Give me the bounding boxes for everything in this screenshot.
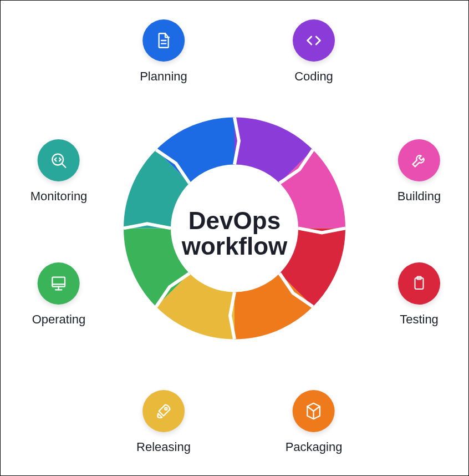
clipboard-icon bbox=[398, 262, 440, 305]
stage-building: Building bbox=[397, 139, 441, 204]
title-line-2: workflow bbox=[182, 234, 288, 260]
stage-label: Packaging bbox=[286, 440, 343, 454]
stage-label: Operating bbox=[32, 312, 86, 327]
stage-planning: Planning bbox=[140, 19, 187, 84]
magnify-code-icon bbox=[38, 139, 80, 181]
code-icon bbox=[293, 19, 335, 62]
stage-testing: Testing bbox=[398, 262, 440, 327]
devops-workflow-diagram: { "title_line1": "DevOps", "title_line2"… bbox=[0, 0, 469, 476]
stage-monitoring: Monitoring bbox=[30, 139, 88, 204]
svg-line-10 bbox=[62, 164, 65, 167]
stage-label: Coding bbox=[294, 69, 333, 84]
stage-packaging: Packaging bbox=[286, 390, 343, 454]
stage-coding: Coding bbox=[293, 19, 335, 84]
stage-label: Monitoring bbox=[30, 189, 88, 204]
rocket-icon bbox=[142, 390, 185, 432]
stage-label: Planning bbox=[140, 69, 187, 84]
computer-icon bbox=[38, 262, 80, 305]
stage-releasing: Releasing bbox=[136, 390, 191, 454]
stage-label: Releasing bbox=[136, 440, 191, 454]
diagram-title: DevOps workflow bbox=[182, 208, 288, 259]
title-line-1: DevOps bbox=[182, 208, 288, 234]
svg-rect-5 bbox=[53, 277, 65, 287]
svg-point-9 bbox=[53, 154, 64, 165]
cube-icon bbox=[293, 390, 335, 432]
stage-label: Building bbox=[397, 189, 441, 204]
svg-point-4 bbox=[165, 408, 167, 410]
stage-operating: Operating bbox=[32, 262, 86, 327]
wrench-icon bbox=[398, 139, 440, 181]
document-icon bbox=[142, 19, 185, 62]
stage-label: Testing bbox=[400, 312, 439, 327]
